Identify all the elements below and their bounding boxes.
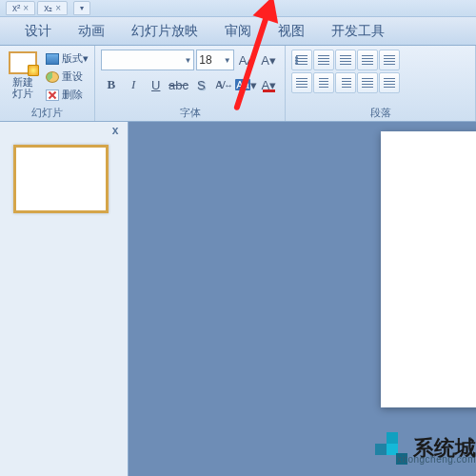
bullets-icon <box>296 55 307 65</box>
workspace: x <box>0 122 476 476</box>
tab-view[interactable]: 视图 <box>265 19 318 44</box>
align-left-button[interactable] <box>291 72 312 93</box>
delete-button[interactable]: 删除 <box>44 86 90 104</box>
qat-superscript[interactable]: x₂× <box>37 1 68 15</box>
delete-icon <box>46 89 59 101</box>
change-case-button[interactable]: Aa▾ <box>236 74 257 95</box>
align-center-icon <box>319 78 328 88</box>
columns-button[interactable] <box>379 72 400 93</box>
decrease-indent-button[interactable] <box>335 50 356 70</box>
ribbon: 新建灯片 版式 ▾ 重设 删除 幻灯片 ▼ 18▼ A▴ A▾ B I U ab… <box>0 46 476 122</box>
numbering-button[interactable] <box>313 50 334 70</box>
watermark-url: xitongcheng.com <box>397 454 476 465</box>
reset-icon <box>46 71 59 83</box>
qat-subscript[interactable]: x²× <box>6 1 35 15</box>
numbering-icon <box>318 55 329 65</box>
chevron-down-icon: ▼ <box>184 56 191 65</box>
align-right-button[interactable] <box>335 72 356 93</box>
layout-button[interactable]: 版式 ▾ <box>44 50 90 68</box>
font-size-combo[interactable]: 18▼ <box>196 50 233 70</box>
text-shadow-button[interactable]: S <box>191 74 212 95</box>
justify-icon <box>362 78 373 88</box>
bullets-button[interactable] <box>291 50 312 70</box>
italic-button[interactable]: I <box>124 74 145 95</box>
ribbon-group-slides: 新建灯片 版式 ▾ 重设 删除 幻灯片 <box>0 46 95 121</box>
font-name-combo[interactable]: ▼ <box>101 50 194 70</box>
slide-thumbnail-1[interactable] <box>13 145 109 213</box>
slide-thumbnails-pane: x <box>0 122 129 476</box>
increase-indent-button[interactable] <box>357 50 378 70</box>
quick-access-toolbar: x²× x₂× ▾ <box>0 0 476 17</box>
ribbon-tabs: 设计 动画 幻灯片放映 审阅 视图 开发工具 <box>0 17 476 46</box>
decrease-font-button[interactable]: A▾ <box>258 50 279 70</box>
align-left-icon <box>296 78 307 88</box>
tab-design[interactable]: 设计 <box>11 19 65 44</box>
tab-animations[interactable]: 动画 <box>65 19 118 44</box>
strikethrough-button[interactable]: abc <box>169 74 189 95</box>
group-label-paragraph: 段落 <box>286 106 475 120</box>
line-spacing-icon <box>384 55 395 65</box>
new-slide-label: 新建灯片 <box>12 76 33 99</box>
slide-canvas[interactable] <box>381 131 476 407</box>
indent-icon <box>362 55 373 65</box>
layout-icon <box>46 53 59 65</box>
outdent-icon <box>340 55 351 65</box>
font-color-button[interactable]: A▾ <box>259 74 280 95</box>
ribbon-group-paragraph: 段落 <box>286 46 476 121</box>
reset-button[interactable]: 重设 <box>44 68 90 86</box>
group-label-slides: 幻灯片 <box>0 106 94 120</box>
qat-more-button[interactable]: ▾ <box>73 1 90 15</box>
align-center-button[interactable] <box>313 72 334 93</box>
qat-close-icon[interactable]: × <box>55 3 61 14</box>
tab-slideshow[interactable]: 幻灯片放映 <box>118 19 211 44</box>
new-slide-button[interactable]: 新建灯片 <box>4 48 42 103</box>
group-label-font: 字体 <box>95 106 285 120</box>
watermark: 系统城 xitongcheng.com <box>375 432 476 465</box>
close-pane-button[interactable]: x <box>109 124 122 137</box>
ribbon-group-font: ▼ 18▼ A▴ A▾ B I U abc S AV↔ Aa▾ A▾ 字体 <box>95 46 286 121</box>
underline-button[interactable]: U <box>146 74 167 95</box>
slide-canvas-area <box>129 122 476 476</box>
tab-developer[interactable]: 开发工具 <box>318 19 398 44</box>
tab-review[interactable]: 审阅 <box>211 19 265 44</box>
qat-close-icon[interactable]: × <box>23 3 29 14</box>
increase-font-button[interactable]: A▴ <box>236 50 257 70</box>
bold-button[interactable]: B <box>101 74 122 95</box>
char-spacing-button[interactable]: AV↔ <box>213 74 234 95</box>
line-spacing-button[interactable] <box>379 50 400 70</box>
columns-icon <box>384 78 395 88</box>
align-right-icon <box>342 78 351 88</box>
chevron-down-icon: ▼ <box>224 56 231 65</box>
justify-button[interactable] <box>357 72 378 93</box>
new-slide-icon <box>9 51 37 74</box>
